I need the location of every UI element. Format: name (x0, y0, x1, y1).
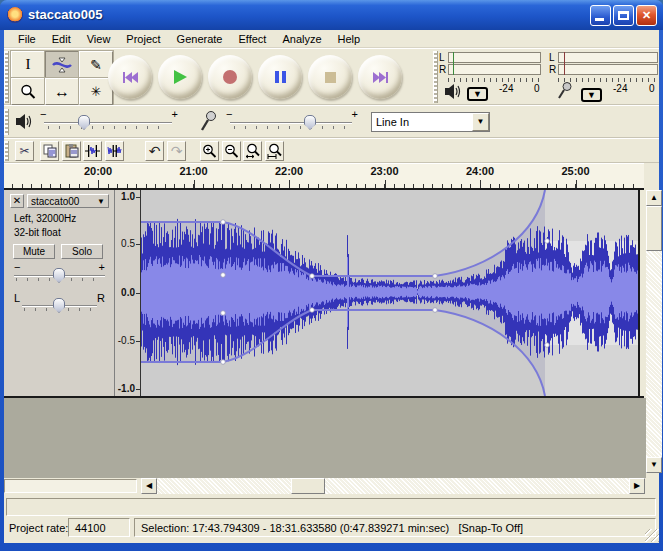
plus-label: + (172, 108, 178, 120)
menu-file[interactable]: File (10, 31, 44, 47)
fit-project-button[interactable] (265, 141, 284, 161)
output-meter[interactable]: L R -24 0 ▼ (439, 52, 541, 104)
scroll-right-button[interactable]: ▶ (629, 478, 645, 494)
selection-tool-button[interactable]: I (11, 51, 45, 78)
slider-ticks (234, 126, 348, 129)
toolbar-grip[interactable] (4, 51, 9, 103)
paste-button[interactable] (62, 141, 81, 161)
input-tick-minus24: -24 (613, 83, 627, 94)
meter-toolbar-grip[interactable] (433, 51, 438, 103)
minus-label: − (40, 108, 46, 120)
pan-slider[interactable]: L R (12, 293, 107, 319)
timeline-label: 20:00 (84, 165, 112, 177)
pause-icon (274, 70, 287, 84)
menu-help[interactable]: Help (330, 31, 369, 47)
combo-arrow-button[interactable]: ▼ (472, 113, 489, 131)
track-control-panel: ✕ staccato00 ▼ Left, 32000Hz 32-bit floa… (4, 190, 115, 396)
slider-groove (44, 122, 172, 124)
input-volume-slider[interactable]: − + (226, 108, 358, 136)
resize-grip[interactable] (645, 529, 659, 542)
project-rate-label: Project rate: (9, 522, 68, 534)
horizontal-scroll-thumb[interactable] (291, 478, 325, 494)
stop-icon (324, 71, 337, 84)
fit-selection-icon (245, 143, 261, 159)
menu-effect[interactable]: Effect (230, 31, 274, 47)
rewind-button[interactable] (108, 55, 152, 99)
copy-button[interactable] (40, 141, 59, 161)
scroll-down-button[interactable]: ▼ (646, 457, 662, 473)
close-icon: ✕ (642, 9, 651, 21)
timeline-label: 24:00 (466, 165, 494, 177)
output-volume-slider[interactable]: − + (40, 108, 178, 136)
minimize-icon (595, 18, 604, 21)
stop-button[interactable] (308, 55, 352, 99)
mixer-grip[interactable] (4, 109, 9, 135)
play-button[interactable] (158, 55, 202, 99)
input-meter-bar-right (558, 64, 658, 75)
vertical-ruler: 1.00.50.0-0.5-1.0 (115, 190, 141, 396)
output-meter-ticks (448, 78, 541, 82)
zoom-in-button[interactable] (200, 141, 219, 161)
menu-project[interactable]: Project (118, 31, 168, 47)
record-button[interactable] (208, 55, 252, 99)
vertical-scrollbar[interactable]: ▲ ▼ (646, 190, 662, 473)
envelope-tool-button[interactable] (45, 51, 79, 78)
undo-button[interactable]: ↶ (145, 141, 164, 161)
fast-forward-button[interactable] (358, 55, 402, 99)
output-meter-dropdown[interactable]: ▼ (467, 87, 488, 101)
mute-button[interactable]: Mute (13, 244, 55, 259)
vruler-tick (136, 341, 140, 342)
scroll-left-button[interactable]: ◀ (141, 478, 157, 494)
gain-slider[interactable]: − + (12, 263, 107, 289)
scroll-up-button[interactable]: ▲ (646, 190, 662, 206)
timeline-label: 21:00 (179, 165, 207, 177)
fit-selection-button[interactable] (243, 141, 262, 161)
input-meter[interactable]: L R -24 0 ▼ (549, 52, 658, 104)
waveform-canvas[interactable] (141, 190, 638, 396)
pencil-icon: ✎ (90, 57, 102, 73)
menu-bar: File Edit View Project Generate Effect A… (4, 30, 659, 48)
vruler-label: 0.5 (121, 238, 135, 249)
main-toolbar: I ✎ ↔ ✳ (4, 48, 659, 105)
track-title-menu[interactable]: staccato00 ▼ (27, 194, 109, 208)
input-meter-bar-left (558, 52, 658, 63)
title-bar[interactable]: staccato005 ✕ (0, 0, 663, 30)
vruler-label: 0.0 (121, 287, 135, 298)
redo-button[interactable]: ↷ (167, 141, 186, 161)
vertical-scroll-thumb[interactable] (646, 206, 662, 251)
trim-button[interactable] (83, 141, 102, 161)
output-tick-minus24: -24 (499, 83, 513, 94)
menu-edit[interactable]: Edit (44, 31, 79, 47)
magnifier-icon (20, 84, 36, 100)
client-area: File Edit View Project Generate Effect A… (4, 30, 659, 543)
input-source-combo[interactable]: Line In ▼ (371, 112, 490, 132)
maximize-button[interactable] (613, 5, 634, 26)
track-close-button[interactable]: ✕ (10, 194, 24, 208)
timeline-major-tick (385, 180, 386, 188)
horizontal-scrollbar[interactable] (157, 478, 629, 494)
menu-generate[interactable]: Generate (169, 31, 231, 47)
minimize-button[interactable] (590, 5, 611, 26)
input-meter-dropdown[interactable]: ▼ (581, 88, 602, 102)
close-button[interactable]: ✕ (636, 5, 657, 26)
edit-grip[interactable] (4, 141, 9, 161)
zoom-out-button[interactable] (222, 141, 241, 161)
timeshift-tool-button[interactable]: ↔ (45, 78, 79, 105)
project-rate-box[interactable]: 44100 (68, 518, 130, 537)
input-left-label: L (549, 52, 555, 63)
cut-button[interactable]: ✂ (15, 141, 34, 161)
output-right-label: R (439, 64, 446, 75)
menu-view[interactable]: View (79, 31, 119, 47)
timeline-ruler[interactable]: 20:0021:0022:0023:0024:0025:00 (4, 163, 644, 188)
scissors-icon: ✂ (19, 144, 29, 158)
menu-analyze[interactable]: Analyze (274, 31, 329, 47)
timeline-label: 23:00 (370, 165, 398, 177)
play-icon (173, 69, 188, 85)
track-info-rate: Left, 32000Hz (14, 213, 76, 224)
zoom-tool-button[interactable] (11, 78, 45, 105)
pause-button[interactable] (258, 55, 302, 99)
silence-button[interactable] (105, 141, 124, 161)
track-area-background (4, 398, 646, 478)
rewind-icon (122, 71, 139, 84)
solo-button[interactable]: Solo (61, 244, 103, 259)
